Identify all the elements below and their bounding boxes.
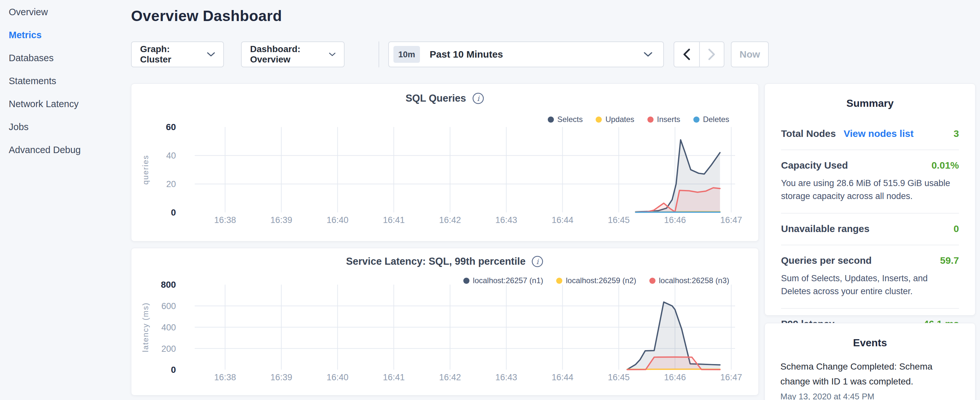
events-list: Schema Change Completed: Schema change w… <box>780 359 959 400</box>
sidebar-item-statements[interactable]: Statements <box>0 70 129 92</box>
service-latency-plot[interactable]: 16:3816:3916:4016:4116:4216:4316:4416:45… <box>131 248 758 395</box>
summary-row-unavailable-ranges: Unavailable ranges0 <box>781 213 959 245</box>
summary-row-description: You are using 28.6 MiB of 515.9 GiB usab… <box>781 177 959 202</box>
svg-text:16:46: 16:46 <box>664 215 686 225</box>
time-range-badge: 10m <box>393 46 420 63</box>
summary-row-value: 59.7 <box>940 255 959 266</box>
summary-row-head: Total NodesView nodes list3 <box>781 128 959 139</box>
svg-text:16:39: 16:39 <box>270 373 292 382</box>
sql-queries-chart-card: SQL Queries i SelectsUpdatesInsertsDelet… <box>131 83 759 241</box>
svg-text:16:39: 16:39 <box>270 215 292 225</box>
summary-row-queries-per-second: Queries per second59.7Sum of Selects, Up… <box>781 245 959 308</box>
svg-text:800: 800 <box>161 280 176 290</box>
summary-row-value: 0.01% <box>931 160 959 171</box>
svg-text:16:40: 16:40 <box>327 215 348 225</box>
time-range-label: Past 10 Minutes <box>430 49 503 60</box>
svg-text:40: 40 <box>166 151 176 161</box>
chevron-down-icon <box>207 52 215 57</box>
summary-panel: Summary Total NodesView nodes list3Capac… <box>765 83 975 316</box>
dashboard-dropdown[interactable]: Dashboard: Overview <box>241 41 345 67</box>
svg-text:16:45: 16:45 <box>608 215 630 225</box>
svg-text:16:43: 16:43 <box>495 373 517 382</box>
chevron-right-icon <box>708 49 715 60</box>
svg-text:0: 0 <box>171 365 176 375</box>
graph-dropdown-label: Graph: Cluster <box>140 44 199 65</box>
svg-text:600: 600 <box>161 301 176 311</box>
summary-row-description: Sum of Selects, Updates, Inserts, and De… <box>781 272 959 298</box>
svg-text:400: 400 <box>161 323 176 332</box>
summary-row-head: Queries per second59.7 <box>781 255 959 266</box>
svg-text:queries: queries <box>141 155 150 185</box>
page-title: Overview Dashboard <box>131 7 282 25</box>
summary-rows: Total NodesView nodes list3Capacity Used… <box>781 120 959 340</box>
event-message: Schema Change Completed: Schema change w… <box>780 359 959 389</box>
graph-dropdown[interactable]: Graph: Cluster <box>131 41 224 67</box>
event-timestamp: May 13, 2020 at 4:45 PM <box>780 392 959 400</box>
events-panel: Events Schema Change Completed: Schema c… <box>765 323 975 400</box>
app-root: OverviewMetricsDatabasesStatementsNetwor… <box>0 0 980 400</box>
chevron-down-icon <box>329 52 336 57</box>
chevron-left-icon <box>683 49 690 60</box>
sidebar-item-network-latency[interactable]: Network Latency <box>0 92 129 116</box>
time-pager <box>674 41 724 67</box>
svg-text:16:46: 16:46 <box>664 373 686 382</box>
summary-title: Summary <box>781 84 959 109</box>
dashboard-dropdown-label: Dashboard: Overview <box>250 44 321 65</box>
svg-text:16:47: 16:47 <box>720 373 742 382</box>
svg-text:0: 0 <box>171 207 176 217</box>
svg-text:16:41: 16:41 <box>383 215 404 225</box>
summary-row-label: Capacity Used <box>781 160 848 171</box>
sidebar-item-advanced-debug[interactable]: Advanced Debug <box>0 139 129 161</box>
sidebar-item-jobs[interactable]: Jobs <box>0 116 129 139</box>
event-item[interactable]: Schema Change Completed: Schema change w… <box>780 359 959 400</box>
events-title: Events <box>780 323 959 349</box>
chevron-down-icon <box>644 52 652 57</box>
svg-text:16:42: 16:42 <box>439 373 461 382</box>
svg-text:latency (ms): latency (ms) <box>141 302 150 352</box>
time-forward-button[interactable] <box>699 42 724 67</box>
svg-text:16:43: 16:43 <box>495 215 517 225</box>
summary-row-value: 0 <box>953 223 959 234</box>
sidebar-nav: OverviewMetricsDatabasesStatementsNetwor… <box>0 0 129 400</box>
toolbar-divider <box>379 41 379 67</box>
summary-row-label: Queries per second <box>781 255 872 266</box>
sidebar-item-databases[interactable]: Databases <box>0 46 129 70</box>
sidebar-item-overview[interactable]: Overview <box>0 1 129 24</box>
sidebar-item-metrics[interactable]: Metrics <box>0 24 129 46</box>
svg-text:200: 200 <box>161 344 176 354</box>
svg-text:16:42: 16:42 <box>439 215 461 225</box>
summary-row-capacity-used: Capacity Used0.01%You are using 28.6 MiB… <box>781 150 959 213</box>
summary-row-label: Total Nodes <box>781 128 836 139</box>
svg-text:16:38: 16:38 <box>214 373 236 382</box>
summary-row-value: 3 <box>953 128 959 139</box>
summary-row-total-nodes: Total NodesView nodes list3 <box>781 120 959 150</box>
toolbar: Graph: Cluster Dashboard: Overview 10m P… <box>131 41 769 67</box>
summary-row-head: Capacity Used0.01% <box>781 160 959 171</box>
summary-row-label: Unavailable ranges <box>781 223 869 234</box>
summary-row-head: Unavailable ranges0 <box>781 223 959 234</box>
svg-text:16:41: 16:41 <box>383 373 404 382</box>
time-back-button[interactable] <box>674 42 699 67</box>
svg-text:16:38: 16:38 <box>214 215 236 225</box>
svg-text:20: 20 <box>166 179 176 189</box>
now-button[interactable]: Now <box>731 41 769 67</box>
service-latency-chart-card: Service Latency: SQL, 99th percentile i … <box>131 248 759 395</box>
svg-text:16:44: 16:44 <box>552 215 574 225</box>
svg-text:16:40: 16:40 <box>327 373 348 382</box>
time-range-dropdown[interactable]: 10m Past 10 Minutes <box>388 41 664 67</box>
view-nodes-list-link[interactable]: View nodes list <box>843 128 913 139</box>
sql-queries-plot[interactable]: 16:3816:3916:4016:4116:4216:4316:4416:45… <box>131 84 758 241</box>
svg-text:16:47: 16:47 <box>720 215 742 225</box>
svg-text:16:44: 16:44 <box>552 373 573 382</box>
svg-text:60: 60 <box>166 122 176 132</box>
svg-text:16:45: 16:45 <box>608 373 630 382</box>
